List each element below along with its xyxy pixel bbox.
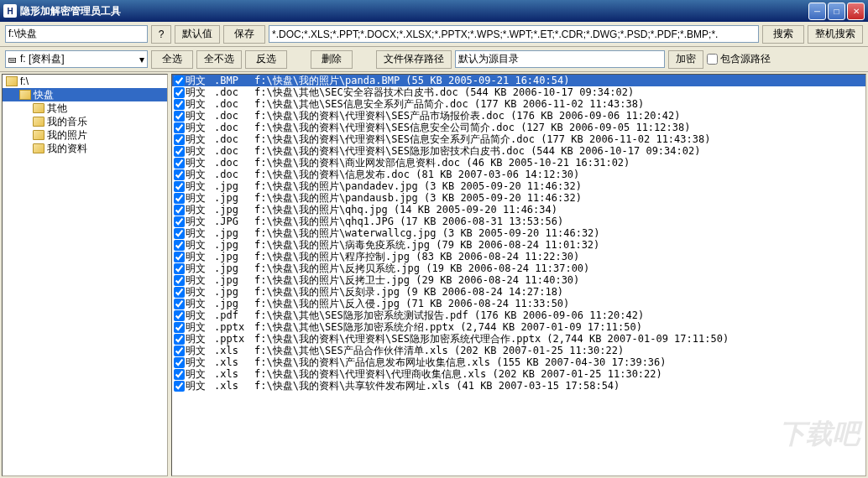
col-ext: .xls	[214, 368, 254, 380]
col-ext: .BMP	[214, 75, 254, 86]
minimize-button[interactable]: ─	[808, 3, 826, 20]
col-ext: .jpg	[214, 274, 254, 286]
col-ext: .doc	[214, 110, 254, 122]
tree-label: 我的音乐	[47, 115, 87, 129]
row-checkbox[interactable]	[174, 169, 185, 180]
save-button[interactable]: 保存	[223, 25, 265, 44]
select-all-button[interactable]: 全选	[151, 50, 193, 69]
save-path-button[interactable]: 文件保存路径	[376, 50, 452, 69]
tree-label: 其他	[47, 101, 67, 116]
row-checkbox[interactable]	[174, 216, 185, 227]
row-checkbox[interactable]	[174, 357, 185, 368]
row-checkbox[interactable]	[174, 299, 185, 309]
col-ext: .doc	[214, 169, 254, 180]
app-icon: H	[3, 4, 17, 18]
toolbar-second: f: [资料盘]▾ 全选 全不选 反选 删除 文件保存路径 加密 包含源路径	[0, 47, 868, 72]
toolbar-top: ? 默认值 保存 搜索 整机搜索	[0, 22, 868, 47]
col-ext: .doc	[214, 122, 254, 133]
encrypt-button[interactable]: 加密	[668, 50, 703, 69]
tree-node[interactable]: 我的音乐	[3, 115, 167, 128]
tree-label: 快盘	[34, 88, 54, 102]
folder-closed-icon	[33, 143, 44, 153]
col-ext: .jpg	[214, 262, 254, 274]
save-path-input[interactable]	[455, 50, 665, 68]
row-checkbox[interactable]	[174, 111, 185, 122]
col-ext: .xls	[214, 380, 254, 392]
col-ext: .jpg	[214, 251, 254, 262]
row-checkbox[interactable]	[174, 263, 185, 274]
row-checkbox[interactable]	[174, 205, 185, 216]
row-checkbox[interactable]	[174, 275, 185, 286]
col-ext: .jpg	[214, 180, 254, 192]
tree-node[interactable]: 快盘	[3, 88, 167, 101]
tree-node[interactable]: 其他	[3, 101, 167, 115]
help-button[interactable]: ?	[151, 25, 171, 44]
default-button[interactable]: 默认值	[175, 25, 220, 44]
col-ext: .jpg	[214, 192, 254, 204]
row-checkbox[interactable]	[174, 193, 185, 204]
col-ext: .jpg	[214, 204, 254, 216]
titlebar: H 隐形加解密管理员工具 ─ □ ✕	[0, 0, 868, 22]
tree-node[interactable]: 我的资料	[3, 142, 167, 155]
folder-tree[interactable]: f:\快盘其他我的音乐我的照片我的资料	[2, 74, 168, 476]
col-ext: .jpg	[214, 239, 254, 251]
col-ext: .xls	[214, 345, 254, 356]
row-checkbox[interactable]	[174, 310, 185, 321]
folder-closed-icon	[33, 103, 44, 113]
tree-label: f:\	[20, 75, 29, 87]
close-button[interactable]: ✕	[847, 3, 865, 20]
invert-select-button[interactable]: 反选	[245, 50, 287, 69]
row-checkbox[interactable]	[174, 75, 185, 86]
row-checkbox[interactable]	[174, 252, 185, 262]
tree-label: 我的资料	[47, 142, 87, 156]
col-ext: .doc	[214, 86, 254, 98]
col-ext: .doc	[214, 133, 254, 145]
search-button[interactable]: 搜索	[762, 25, 804, 44]
row-checkbox[interactable]	[174, 228, 185, 239]
row-checkbox[interactable]	[174, 240, 185, 251]
full-search-button[interactable]: 整机搜索	[808, 25, 863, 44]
delete-button[interactable]: 删除	[311, 50, 353, 69]
row-checkbox[interactable]	[174, 122, 185, 133]
list-row[interactable]: 明文.xlsf:\快盘\我的资料\共享软件发布网址.xls (41 KB 200…	[172, 380, 865, 392]
col-ext: .pptx	[214, 333, 254, 345]
col-ext: .JPG	[214, 216, 254, 227]
tree-node[interactable]: 我的照片	[3, 128, 167, 142]
window-title: 隐形加解密管理员工具	[20, 4, 808, 18]
row-checkbox[interactable]	[174, 158, 185, 169]
include-source-checkbox[interactable]: 包含源路径	[707, 52, 771, 66]
path-input[interactable]	[5, 25, 148, 43]
col-ext: .jpg	[214, 227, 254, 239]
col-ext: .jpg	[214, 286, 254, 298]
row-checkbox[interactable]	[174, 381, 185, 392]
row-checkbox[interactable]	[174, 99, 185, 110]
tree-label: 我的照片	[47, 128, 87, 143]
tree-node[interactable]: f:\	[3, 75, 167, 88]
row-checkbox[interactable]	[174, 134, 185, 145]
select-none-button[interactable]: 全不选	[196, 50, 242, 69]
col-ext: .pptx	[214, 321, 254, 333]
row-checkbox[interactable]	[174, 287, 185, 298]
row-checkbox[interactable]	[174, 334, 185, 345]
folder-closed-icon	[33, 117, 44, 127]
col-ext: .xls	[214, 356, 254, 368]
row-checkbox[interactable]	[174, 369, 185, 380]
drive-select[interactable]: f: [资料盘]▾	[5, 50, 148, 68]
folder-open-icon	[6, 76, 18, 86]
col-ext: .doc	[214, 98, 254, 110]
row-checkbox[interactable]	[174, 181, 185, 192]
folder-closed-icon	[33, 130, 44, 140]
row-checkbox[interactable]	[174, 87, 185, 98]
col-ext: .doc	[214, 157, 254, 169]
file-list[interactable]: 明文.BMPf:\快盘\我的照片\panda.BMP (55 KB 2005-0…	[171, 74, 866, 476]
row-checkbox[interactable]	[174, 146, 185, 157]
col-ext: .pdf	[214, 309, 254, 321]
folder-open-icon	[19, 90, 31, 100]
row-checkbox[interactable]	[174, 322, 185, 333]
col-type: 明文	[186, 379, 214, 393]
row-checkbox[interactable]	[174, 346, 185, 356]
filter-input[interactable]	[269, 25, 759, 43]
col-ext: .doc	[214, 145, 254, 157]
maximize-button[interactable]: □	[828, 3, 845, 20]
col-ext: .jpg	[214, 298, 254, 309]
